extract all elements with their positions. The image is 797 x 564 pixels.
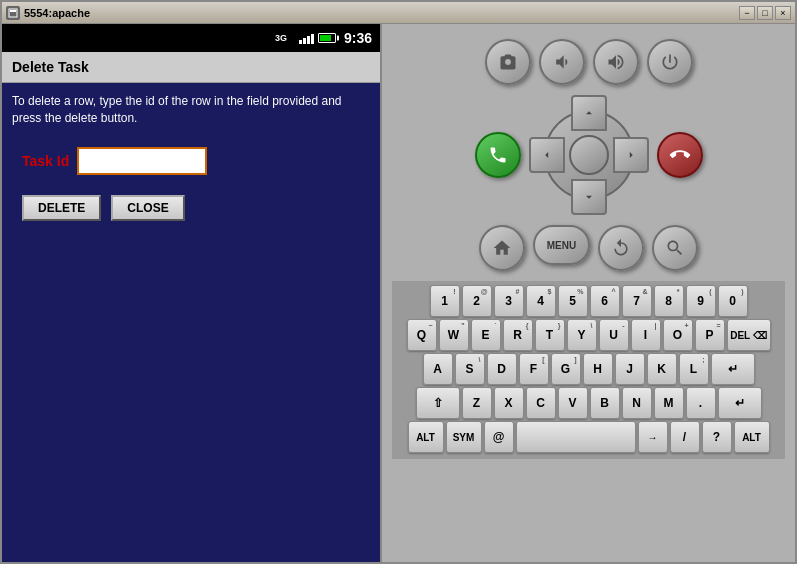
- dpad: [529, 95, 649, 215]
- key-sym[interactable]: SYM: [446, 421, 482, 453]
- key-g[interactable]: ]G: [551, 353, 581, 385]
- keyboard-row-2: ~Q "W `E {R }T \Y -U |I +O =P DEL ⌫: [396, 319, 781, 351]
- data-signal-icon: 3G: [275, 30, 295, 46]
- key-l[interactable]: ;L: [679, 353, 709, 385]
- key-e[interactable]: `E: [471, 319, 501, 351]
- key-5[interactable]: %5: [558, 285, 588, 317]
- key-question[interactable]: ?: [702, 421, 732, 453]
- key-s[interactable]: \S: [455, 353, 485, 385]
- key-r[interactable]: {R: [503, 319, 533, 351]
- key-n[interactable]: N: [622, 387, 652, 419]
- key-w[interactable]: "W: [439, 319, 469, 351]
- keyboard-row-1: !1 @2 #3 $4 %5 ^6 &7 *8 (9 )0: [396, 285, 781, 317]
- menu-button[interactable]: MENU: [533, 225, 590, 265]
- call-button[interactable]: [475, 132, 521, 178]
- delete-button[interactable]: DELETE: [22, 195, 101, 221]
- key-del[interactable]: DEL ⌫: [727, 319, 771, 351]
- controls-panel: MENU !1: [382, 24, 795, 562]
- key-x[interactable]: X: [494, 387, 524, 419]
- key-j[interactable]: J: [615, 353, 645, 385]
- key-v[interactable]: V: [558, 387, 588, 419]
- form-row: Task Id: [12, 147, 370, 175]
- dpad-call-row: [475, 95, 703, 215]
- title-bar: 5554:apache − □ ×: [2, 2, 795, 24]
- key-space[interactable]: [516, 421, 636, 453]
- window-controls: − □ ×: [739, 6, 791, 20]
- key-2[interactable]: @2: [462, 285, 492, 317]
- key-p[interactable]: =P: [695, 319, 725, 351]
- maximize-button[interactable]: □: [757, 6, 773, 20]
- app-title: Delete Task: [12, 59, 89, 75]
- volume-up-button[interactable]: [593, 39, 639, 85]
- button-row: DELETE CLOSE: [12, 195, 370, 221]
- key-1[interactable]: !1: [430, 285, 460, 317]
- key-o[interactable]: +O: [663, 319, 693, 351]
- volume-down-button[interactable]: [539, 39, 585, 85]
- key-enter[interactable]: ↵: [711, 353, 755, 385]
- key-a[interactable]: A: [423, 353, 453, 385]
- key-c[interactable]: C: [526, 387, 556, 419]
- key-i[interactable]: |I: [631, 319, 661, 351]
- task-id-input[interactable]: [77, 147, 207, 175]
- window-title: 5554:apache: [24, 7, 739, 19]
- svg-rect-1: [10, 10, 16, 12]
- dpad-center-button[interactable]: [569, 135, 609, 175]
- key-z[interactable]: Z: [462, 387, 492, 419]
- key-alt-right[interactable]: ALT: [734, 421, 770, 453]
- battery-fill: [320, 35, 331, 41]
- key-shift[interactable]: ⇧: [416, 387, 460, 419]
- key-k[interactable]: K: [647, 353, 677, 385]
- key-y[interactable]: \Y: [567, 319, 597, 351]
- key-slash[interactable]: /: [670, 421, 700, 453]
- dpad-left-button[interactable]: [529, 137, 565, 173]
- main-window: 5554:apache − □ × 3G: [0, 0, 797, 564]
- key-8[interactable]: *8: [654, 285, 684, 317]
- minimize-button[interactable]: −: [739, 6, 755, 20]
- camera-button[interactable]: [485, 39, 531, 85]
- field-label: Task Id: [22, 153, 69, 169]
- key-arrow[interactable]: →: [638, 421, 668, 453]
- key-3[interactable]: #3: [494, 285, 524, 317]
- key-0[interactable]: )0: [718, 285, 748, 317]
- key-4[interactable]: $4: [526, 285, 556, 317]
- app-header: Delete Task: [2, 52, 380, 83]
- dpad-down-button[interactable]: [571, 179, 607, 215]
- close-button[interactable]: ×: [775, 6, 791, 20]
- keyboard-row-5: ALT SYM @ → / ? ALT: [396, 421, 781, 453]
- status-bar: 3G 9:36: [2, 24, 380, 52]
- battery-icon: [318, 33, 336, 43]
- back-button[interactable]: [598, 225, 644, 271]
- end-call-button[interactable]: [657, 132, 703, 178]
- key-q[interactable]: ~Q: [407, 319, 437, 351]
- key-m[interactable]: M: [654, 387, 684, 419]
- key-alt-left[interactable]: ALT: [408, 421, 444, 453]
- svg-text:3G: 3G: [275, 33, 287, 43]
- window-body: 3G 9:36 Delete Task: [2, 24, 795, 562]
- key-u[interactable]: -U: [599, 319, 629, 351]
- key-period[interactable]: .: [686, 387, 716, 419]
- key-9[interactable]: (9: [686, 285, 716, 317]
- home-button[interactable]: [479, 225, 525, 271]
- key-6[interactable]: ^6: [590, 285, 620, 317]
- key-b[interactable]: B: [590, 387, 620, 419]
- signal-bars-icon: [299, 32, 314, 44]
- window-icon: [6, 6, 20, 20]
- dpad-right-button[interactable]: [613, 137, 649, 173]
- key-enter2[interactable]: ↵: [718, 387, 762, 419]
- close-button-app[interactable]: CLOSE: [111, 195, 184, 221]
- search-button[interactable]: [652, 225, 698, 271]
- time-display: 9:36: [344, 30, 372, 46]
- top-control-buttons: [485, 39, 693, 85]
- bottom-control-buttons: MENU: [479, 225, 698, 271]
- key-f[interactable]: [F: [519, 353, 549, 385]
- dpad-up-button[interactable]: [571, 95, 607, 131]
- key-at[interactable]: @: [484, 421, 514, 453]
- power-button[interactable]: [647, 39, 693, 85]
- key-7[interactable]: &7: [622, 285, 652, 317]
- menu-label: MENU: [547, 240, 576, 251]
- phone-screen: 3G 9:36 Delete Task: [2, 24, 382, 562]
- key-t[interactable]: }T: [535, 319, 565, 351]
- key-h[interactable]: H: [583, 353, 613, 385]
- keyboard-row-3: A \S D [F ]G H J K ;L ↵: [396, 353, 781, 385]
- key-d[interactable]: D: [487, 353, 517, 385]
